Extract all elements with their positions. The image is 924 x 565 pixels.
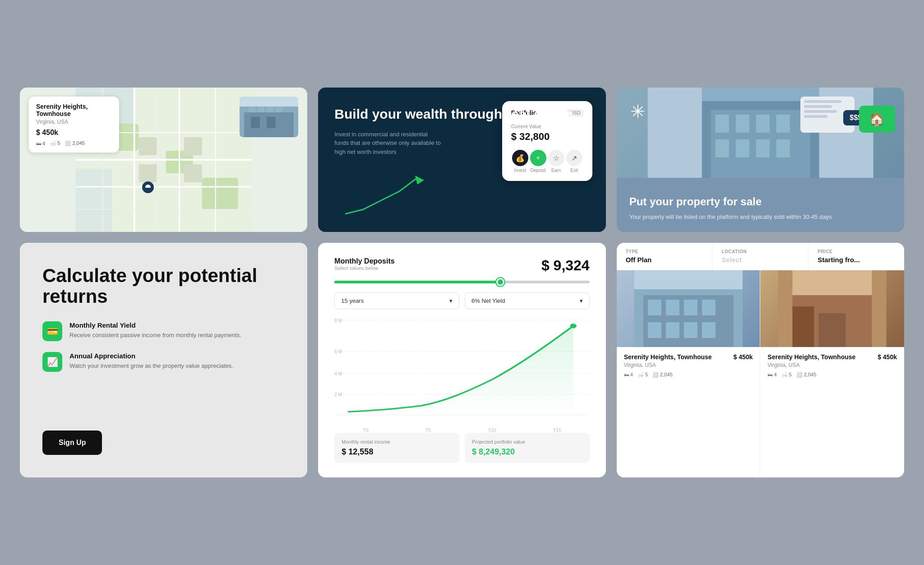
map-pin-icon [141, 181, 155, 196]
signup-button[interactable]: Sign Up [42, 431, 102, 455]
type-filter-value: Off Plan [626, 256, 703, 264]
yield-dropdown[interactable]: 6% Net Yield ▾ [465, 292, 590, 309]
svg-rect-5 [202, 178, 238, 209]
wealth-content: Build your wealth through real estate In… [334, 106, 589, 156]
calc-dropdowns: 15 years ▾ 6% Net Yield ▾ [334, 292, 589, 309]
feature-appreciation-item: 📈 Annual Appreciation Watch your investm… [42, 352, 285, 372]
svg-rect-63 [872, 270, 887, 347]
listing-title-row-1: Serenity Heights, Townhouse $ 450k [624, 353, 753, 361]
calculate-heading: Calculate your potential returns [42, 265, 285, 307]
listing-item-1[interactable]: Serenity Heights, Townhouse $ 450k Virgi… [617, 270, 761, 477]
listing-price-1: $ 450k [733, 353, 753, 361]
listing-location-1: Virginia, USA [624, 362, 753, 368]
svg-rect-36 [735, 115, 749, 133]
listing-image-2 [760, 270, 904, 347]
years-dropdown[interactable]: 15 years ▾ [334, 292, 459, 309]
svg-rect-37 [756, 115, 769, 133]
price-filter-value: Starting fro... [818, 256, 895, 264]
x-label-y0: Y0 [363, 428, 368, 433]
calc-header-left: Monthly Deposits Select values below [334, 257, 394, 278]
chart-area: 8 M 6 M 4 M 2 M [334, 320, 589, 415]
svg-rect-56 [702, 322, 715, 338]
main-layout: Serenity Heights, Townhouse Virginia, US… [20, 88, 904, 477]
rental-feature-text: Monthly Rental Yield Receive consistent … [69, 321, 241, 340]
svg-point-45 [570, 324, 577, 329]
rental-yield-icon: 💳 [42, 321, 62, 341]
location-filter[interactable]: LOCATION Select [712, 243, 808, 270]
price-filter[interactable]: PRICE Starting fro... [808, 243, 904, 270]
listing-sqft-2: ⬜ 2,045 [796, 372, 817, 378]
chart-label-4m: 4 M [334, 371, 342, 376]
svg-rect-18 [184, 164, 202, 182]
x-label-y10: Y10 [488, 428, 496, 433]
property-thumbnail [240, 97, 298, 137]
monthly-stat: Monthly rental income $ 12,558 [334, 433, 459, 463]
feature-rental-item: 💳 Monthly Rental Yield Receive consisten… [42, 321, 285, 341]
listing-stats-1: 🛏 4 🛁 5 ⬜ 2,045 [624, 372, 753, 378]
baths-stat: 🛁 5 [50, 140, 60, 146]
years-value: 15 years [341, 297, 364, 304]
chart-label-8m: 8 M [334, 318, 342, 323]
svg-rect-54 [665, 322, 679, 338]
map-card: Serenity Heights, Townhouse Virginia, US… [20, 88, 307, 232]
listings-grid: Serenity Heights, Townhouse $ 450k Virgi… [617, 270, 904, 477]
calculate-card: Calculate your potential returns 💳 Month… [20, 243, 307, 477]
property-title: Serenity Heights, Townhouse [36, 103, 112, 117]
price-filter-label: PRICE [818, 249, 895, 254]
listing-baths-2: 🛁 5 [781, 372, 792, 378]
svg-rect-15 [139, 137, 157, 155]
svg-rect-53 [647, 322, 661, 338]
exit-label: Exit [570, 168, 578, 173]
type-filter[interactable]: TYPE Off Plan [617, 243, 713, 270]
invest-label: Invest [514, 168, 526, 173]
sale-card: ✳ $$$ 🏠 Put your property for sale Your … [617, 88, 904, 232]
svg-rect-62 [778, 270, 793, 347]
earn-label: Earn [551, 168, 561, 173]
calc-title: Monthly Deposits [334, 257, 394, 265]
svg-rect-28 [251, 117, 260, 128]
appreciation-icon: 📈 [42, 352, 62, 372]
svg-rect-57 [634, 270, 742, 289]
growth-chart-icon [345, 173, 426, 218]
listings-filter-bar: TYPE Off Plan LOCATION Select PRICE Star… [617, 243, 904, 270]
monthly-stat-value: $ 12,558 [342, 447, 452, 457]
svg-rect-29 [267, 117, 276, 128]
property-location: Virginia, USA [36, 119, 112, 125]
portfolio-stat: Projected portfolio value $ 8,249,320 [465, 433, 590, 463]
svg-marker-31 [415, 176, 424, 185]
listing-info-1: Serenity Heights, Townhouse $ 450k Virgi… [617, 347, 760, 384]
deposit-label: Deposit [531, 168, 546, 173]
svg-rect-30 [240, 97, 298, 107]
listing-item-2[interactable]: Serenity Heights, Townhouse $ 450k Virgi… [760, 270, 904, 477]
deposit-slider[interactable] [334, 281, 589, 283]
svg-rect-49 [647, 300, 661, 315]
beds-stat: 🛏 4 [36, 141, 45, 146]
location-filter-label: LOCATION [721, 249, 799, 254]
sale-heading: Put your property for sale [629, 195, 892, 208]
type-filter-label: TYPE [626, 249, 703, 254]
sale-description: Your property will be listed on the plat… [629, 213, 892, 222]
chart-x-labels: Y0 Y5 Y10 Y15 [334, 428, 589, 433]
svg-rect-50 [665, 300, 679, 315]
property-price: $ 450k [36, 129, 112, 137]
wealth-heading: Build your wealth through real estate [334, 106, 589, 123]
listing-info-2: Serenity Heights, Townhouse $ 450k Virgi… [760, 347, 904, 384]
portfolio-stat-value: $ 8,249,320 [472, 447, 582, 457]
svg-rect-52 [702, 300, 715, 315]
yield-chevron-icon: ▾ [580, 297, 583, 304]
listing-baths-1: 🛁 5 [638, 372, 648, 378]
slider-thumb[interactable] [496, 278, 504, 286]
calc-subtitle: Select values below [334, 265, 394, 271]
x-label-y5: Y5 [425, 428, 431, 433]
wealth-card: Build your wealth through real estate In… [318, 88, 605, 232]
slider-container [334, 281, 589, 283]
calculate-text: Calculate your potential returns 💳 Month… [42, 265, 285, 383]
svg-rect-35 [715, 115, 729, 133]
listing-name-1: Serenity Heights, Townhouse [624, 353, 712, 361]
listing-sqft-1: ⬜ 2,045 [652, 372, 673, 378]
map-background: Serenity Heights, Townhouse Virginia, US… [20, 88, 307, 232]
svg-rect-2 [76, 169, 112, 232]
wealth-description: Invest in commercial and residential fun… [334, 130, 443, 157]
sale-content: Put your property for sale Your property… [617, 185, 904, 232]
location-filter-value: Select [721, 256, 799, 264]
